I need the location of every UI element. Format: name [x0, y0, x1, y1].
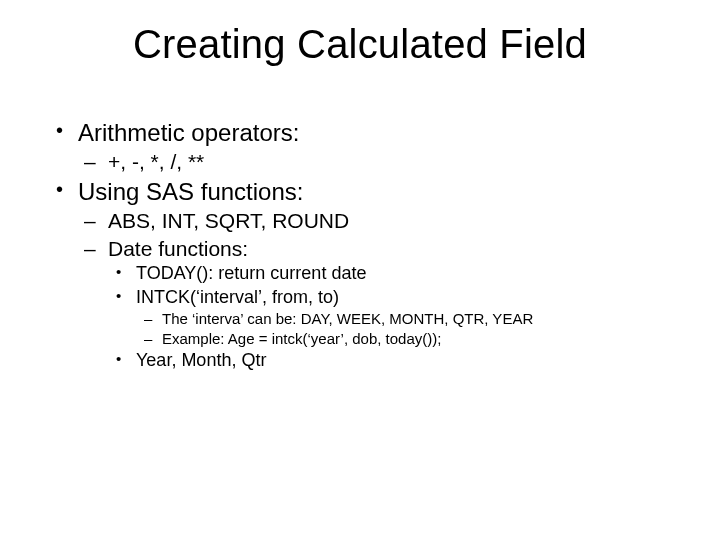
bullet-text: Year, Month, Qtr	[136, 350, 266, 370]
slide-body: Arithmetic operators: +, -, *, /, ** Usi…	[52, 118, 668, 374]
bullet-text: Arithmetic operators:	[78, 119, 299, 146]
bullet-interval-values: The ‘interva’ can be: DAY, WEEK, MONTH, …	[136, 310, 668, 328]
bullet-text: TODAY(): return current date	[136, 263, 366, 283]
bullet-example: Example: Age = intck(‘year’, dob, today(…	[136, 330, 668, 348]
bullet-today: TODAY(): return current date	[108, 263, 668, 285]
bullet-arithmetic: Arithmetic operators: +, -, *, /, **	[52, 118, 668, 175]
bullet-text: ABS, INT, SQRT, ROUND	[108, 209, 349, 232]
bullet-text: Example: Age = intck(‘year’, dob, today(…	[162, 330, 441, 347]
bullet-year-month-qtr: Year, Month, Qtr	[108, 350, 668, 372]
bullet-text: Using SAS functions:	[78, 178, 303, 205]
bullet-sas-functions: Using SAS functions: ABS, INT, SQRT, ROU…	[52, 177, 668, 372]
bullet-text: Date functions:	[108, 237, 248, 260]
bullet-text: The ‘interva’ can be: DAY, WEEK, MONTH, …	[162, 310, 533, 327]
bullet-intck: INTCK(‘interval’, from, to) The ‘interva…	[108, 287, 668, 348]
bullet-operators: +, -, *, /, **	[78, 149, 668, 175]
slide: Creating Calculated Field Arithmetic ope…	[0, 0, 720, 540]
bullet-date-functions: Date functions: TODAY(): return current …	[78, 236, 668, 372]
bullet-text: INTCK(‘interval’, from, to)	[136, 287, 339, 307]
slide-title: Creating Calculated Field	[0, 22, 720, 67]
bullet-abs-int: ABS, INT, SQRT, ROUND	[78, 208, 668, 234]
bullet-text: +, -, *, /, **	[108, 150, 204, 173]
